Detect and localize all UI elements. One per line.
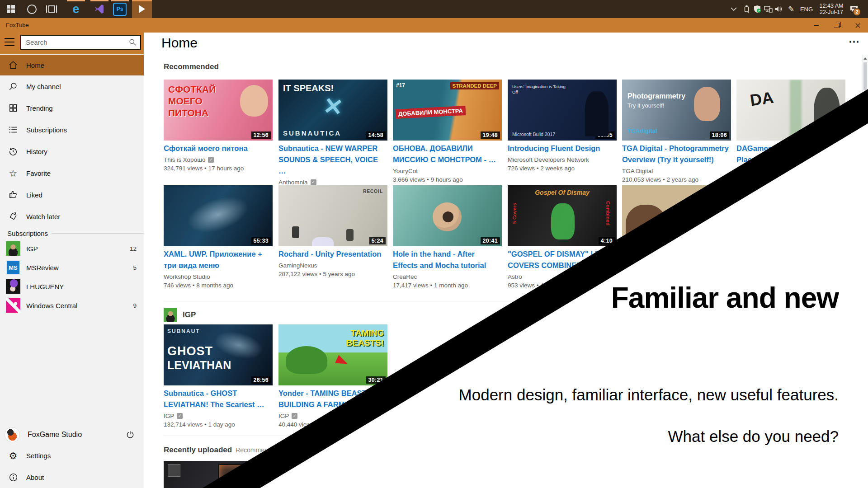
video-title[interactable]: Hole in the hand - AfterEffects and Moch… bbox=[393, 249, 502, 271]
video-thumbnail[interactable]: LEVIATHANGHOSTSUBNAUT 26:56 bbox=[164, 324, 273, 385]
video-title[interactable]: ОБНОВА. ДОБАВИЛИМИССИЮ С МОНСТРОМ - … bbox=[393, 143, 502, 165]
volume-tray-button[interactable] bbox=[772, 0, 785, 18]
video-card[interactable]: 55:33 XAML. UWP. Приложение +три вида ме… bbox=[164, 185, 273, 290]
video-thumbnail[interactable]: RECOIL 5:24 bbox=[278, 185, 387, 246]
sidebar-item-favorite[interactable]: ☆ Favorite bbox=[0, 162, 144, 184]
restore-button[interactable] bbox=[827, 18, 847, 33]
cortana-button[interactable] bbox=[23, 0, 41, 18]
sidebar-item-about[interactable]: About bbox=[0, 466, 144, 488]
language-tray-button[interactable]: ENG bbox=[798, 0, 815, 18]
sidebar-subscription-igp[interactable]: IGP 12 bbox=[0, 239, 144, 258]
account-avatar bbox=[5, 427, 20, 442]
edge-taskbar-button[interactable]: e bbox=[67, 0, 85, 18]
sidebar-item-trending[interactable]: Trending bbox=[0, 97, 144, 119]
video-card[interactable]: Combined5 CoversGospel Of Dismay 4:10 "G… bbox=[508, 185, 617, 290]
sidebar-item-subscriptions[interactable]: Subscriptions bbox=[0, 119, 144, 141]
video-card[interactable]: ДОБАВИЛИ МОНСТРАSTRANDED DEEP#17 19:48 О… bbox=[393, 80, 502, 184]
more-button[interactable]: ⋯ bbox=[849, 35, 860, 48]
video-card[interactable]: Microsoft Build 2017Users' Imagination i… bbox=[508, 80, 617, 173]
video-thumbnail[interactable]: Combined5 CoversGospel Of Dismay 4:10 bbox=[508, 185, 617, 246]
channel-name: Microsoft Developers Network bbox=[508, 155, 617, 164]
defender-tray-button[interactable] bbox=[751, 0, 763, 18]
channel-name: YouryCot bbox=[393, 167, 502, 175]
video-card[interactable]: SUBNAUTICA✕IT SPEAKS! 14:58 Subnautica -… bbox=[278, 80, 387, 195]
video-title[interactable]: Yonder - TAMING BEASTS &BUILDING A FARM!… bbox=[278, 388, 387, 410]
power-icon bbox=[126, 430, 135, 439]
pen-tray-button[interactable]: ✎ bbox=[785, 0, 797, 18]
video-title[interactable]: Subnautica - GHOSTLEVIATHAN! The Scaries… bbox=[164, 388, 273, 410]
video-title[interactable]: Introducing Fluent Design bbox=[508, 143, 617, 154]
clock-tray-button[interactable]: 12:43 AM 22-Jul-17 bbox=[816, 0, 847, 18]
action-center-button[interactable]: 2 bbox=[846, 0, 862, 18]
video-thumbnail[interactable] bbox=[164, 461, 273, 488]
usb-tray-button[interactable] bbox=[741, 0, 752, 18]
search-icon bbox=[129, 38, 137, 46]
start-button[interactable] bbox=[2, 0, 20, 18]
sidebar-item-settings[interactable]: ⚙ Settings bbox=[0, 445, 144, 466]
scrollbar-thumb[interactable] bbox=[863, 62, 867, 90]
visual-studio-icon bbox=[94, 4, 105, 14]
thumbnail-text: Try it yourself! bbox=[627, 102, 664, 109]
video-thumbnail[interactable]: DA bbox=[736, 80, 845, 141]
sidebar-subscription-lhugueny[interactable]: LHUGUENY bbox=[0, 277, 144, 296]
video-card[interactable]: 20:41 Hole in the hand - AfterEffects an… bbox=[393, 185, 502, 290]
minimize-button[interactable] bbox=[806, 18, 826, 33]
scroll-up-icon[interactable] bbox=[863, 57, 867, 60]
thumbnail-text: Users' Imagination is Taking Off bbox=[512, 84, 566, 95]
foxtube-taskbar-button[interactable] bbox=[132, 0, 152, 18]
channel-name: DA bbox=[736, 167, 845, 175]
video-card[interactable] bbox=[164, 461, 273, 488]
close-button[interactable] bbox=[848, 18, 868, 33]
video-thumbnail[interactable] bbox=[622, 185, 731, 246]
video-card[interactable]: ПИТОНАМОЕГОСФОТКАЙ 12:56 Сфоткай моего п… bbox=[164, 80, 273, 173]
video-card[interactable]: TGAdigitalTry it yourself!Photogrammetry… bbox=[622, 80, 731, 184]
video-thumbnail[interactable]: TGAdigitalTry it yourself!Photogrammetry… bbox=[622, 80, 731, 141]
search-input[interactable] bbox=[21, 38, 129, 46]
video-title[interactable]: Subnautica - NEW WARPERSOUNDS & SPEECH, … bbox=[278, 143, 387, 177]
video-thumbnail[interactable]: Microsoft Build 2017Users' Imagination i… bbox=[508, 80, 617, 141]
sidebar-item-home[interactable]: Home bbox=[0, 55, 144, 75]
video-thumbnail[interactable]: ДОБАВИЛИ МОНСТРАSTRANDED DEEP#17 19:48 bbox=[393, 80, 502, 141]
promo-question: What else do you need? bbox=[668, 427, 839, 446]
hamburger-button[interactable] bbox=[5, 38, 14, 46]
sidebar-item-my-channel[interactable]: My channel bbox=[0, 75, 144, 97]
section-title: IGP bbox=[183, 310, 196, 319]
sidebar-subscription-windows-central[interactable]: Windows Central 9 bbox=[0, 296, 144, 315]
video-title[interactable]: Сфоткай моего питона bbox=[164, 143, 273, 154]
account-row[interactable]: FoxGame Studio bbox=[0, 425, 144, 445]
video-card[interactable]: TAMING BEASTS! 30:21 Yonder - TAMING BEA… bbox=[278, 324, 387, 429]
subscriptions-header: Subscriptions bbox=[0, 227, 144, 239]
section-title: Recently uploaded bbox=[164, 446, 232, 455]
sign-out-button[interactable] bbox=[126, 430, 135, 441]
my-channel-icon bbox=[0, 81, 26, 91]
video-card[interactable]: DA DAGames APlace ( DA bbox=[736, 80, 845, 175]
channel-avatar bbox=[164, 308, 177, 322]
video-thumbnail[interactable]: ПИТОНАМОЕГОСФОТКАЙ 12:56 bbox=[164, 80, 273, 141]
video-title[interactable]: "GOSPEL OF DISMAY" | 5COVERS COMBINED | … bbox=[508, 249, 617, 271]
thumbnail-text: STRANDED DEEP bbox=[450, 82, 499, 89]
minimize-icon bbox=[814, 25, 819, 26]
video-thumbnail[interactable]: 55:33 bbox=[164, 185, 273, 246]
video-meta: 3,666 views • 9 hours ago bbox=[393, 175, 502, 184]
video-title[interactable]: Rochard - Unity Presentation bbox=[278, 249, 387, 260]
video-title[interactable]: DAGames APlace ( bbox=[736, 143, 845, 165]
video-card[interactable] bbox=[622, 185, 731, 249]
unread-count: 12 bbox=[130, 245, 137, 252]
video-card[interactable]: LEVIATHANGHOSTSUBNAUT 26:56 Subnautica -… bbox=[164, 324, 273, 429]
sidebar-item-liked[interactable]: Liked bbox=[0, 184, 144, 206]
usb-icon bbox=[744, 5, 750, 13]
scrollbar[interactable] bbox=[862, 55, 868, 488]
sidebar-item-history[interactable]: History bbox=[0, 141, 144, 162]
video-thumbnail[interactable]: SUBNAUTICA✕IT SPEAKS! 14:58 bbox=[278, 80, 387, 141]
sidebar-item-watch-later[interactable]: Watch later bbox=[0, 206, 144, 227]
video-thumbnail[interactable]: TAMING BEASTS! 30:21 bbox=[278, 324, 387, 385]
photoshop-taskbar-button[interactable]: Ps bbox=[111, 0, 129, 18]
video-title[interactable]: TGA Digital - PhotogrammetryOverview (Tr… bbox=[622, 143, 731, 165]
sidebar-subscription-msreview[interactable]: MS MSReview 5 bbox=[0, 258, 144, 277]
video-card[interactable]: RECOIL 5:24 Rochard - Unity Presentation… bbox=[278, 185, 387, 278]
tray-expand-button[interactable] bbox=[728, 0, 740, 18]
visual-studio-taskbar-button[interactable] bbox=[90, 0, 108, 18]
video-title[interactable]: XAML. UWP. Приложение +три вида меню bbox=[164, 249, 273, 271]
task-view-button[interactable] bbox=[42, 0, 61, 18]
video-thumbnail[interactable]: 20:41 bbox=[393, 185, 502, 246]
